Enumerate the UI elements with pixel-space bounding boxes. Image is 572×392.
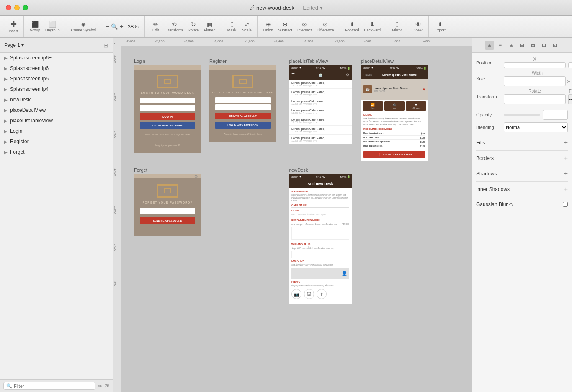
size-row: Size Width ⛓ Height: [476, 71, 568, 86]
forward-button[interactable]: ⬆ Forward: [343, 20, 361, 34]
export-button[interactable]: ⬆ Export: [432, 20, 448, 34]
zoom-out-button[interactable]: −: [105, 23, 110, 31]
layer-item-splashscreen-ip5[interactable]: ▶ Splashscreen ip5: [0, 74, 113, 84]
arrow-icon: ▶: [4, 66, 8, 71]
fills-add-button[interactable]: +: [564, 139, 568, 146]
layer-item-placelisttableview[interactable]: ▶ placeListTableView: [0, 116, 113, 126]
constrain-icon[interactable]: ⛓: [567, 79, 571, 84]
mirror-button[interactable]: ⬡ Mirror: [389, 20, 405, 34]
fills-header[interactable]: Fills +: [476, 138, 568, 148]
layer-item-register[interactable]: ▶ Register: [0, 137, 113, 147]
canvas-content: Login LOG IN TO YOUR WOOD DESK LOG IN LO…: [121, 46, 472, 392]
opacity-slider[interactable]: [504, 114, 540, 116]
view-button[interactable]: 👁 View: [411, 20, 426, 34]
gaussian-blur-checkbox[interactable]: [563, 202, 568, 207]
minimize-button[interactable]: [14, 5, 20, 10]
x-header: X: [504, 57, 566, 62]
opacity-row: Opacity: [476, 110, 568, 120]
layer-item-splashscreen-ip6[interactable]: ▶ Splashscreen ip6: [0, 63, 113, 74]
zoom-search-button[interactable]: 🔍: [110, 23, 119, 30]
scale-button[interactable]: ⤢ Scale: [240, 20, 255, 34]
main-layout: Page 1 ▾ ⊞ ▶ Splashscreen ip6+ ▶ Splashs…: [0, 38, 572, 392]
artboard-newdesk: newDesk Sketch ▼ 9:41 AM 100% 🔋 Add new …: [289, 168, 352, 304]
inner-shadows-header[interactable]: Inner Shadows +: [476, 184, 568, 194]
create-symbol-button[interactable]: ◈ Create Symbol: [69, 20, 99, 34]
shadows-add-button[interactable]: +: [564, 170, 568, 177]
rotate-input[interactable]: [504, 94, 566, 104]
distribute-tab[interactable]: ⊠: [528, 41, 538, 50]
rotate-button[interactable]: ↻ Rotate: [185, 20, 201, 34]
pencil-icon[interactable]: ✏: [98, 383, 102, 389]
placedetailview-label: placeDetailView: [361, 59, 428, 64]
mask-button[interactable]: ⬡ Mask: [224, 20, 240, 34]
canvas-area[interactable]: -2,400 -2,200 -2,000 -1,800 -1,600 -1,40…: [113, 38, 472, 392]
y-input[interactable]: [568, 62, 572, 68]
spacing-tab-h[interactable]: ⊡: [539, 41, 549, 50]
opacity-input[interactable]: [543, 110, 568, 120]
flip-header: Flip: [568, 89, 572, 93]
inner-shadows-title: Inner Shadows: [476, 186, 510, 192]
edit-button[interactable]: ✏ Edit: [148, 20, 163, 34]
filter-box: 🔍: [3, 382, 95, 390]
close-button[interactable]: [6, 5, 11, 10]
newdesk-label: newDesk: [289, 168, 352, 173]
backward-button[interactable]: ⬇ Backward: [361, 20, 383, 34]
ungroup-button[interactable]: ⬜ Ungroup: [43, 20, 62, 34]
ruler-left: -2 -2,000 -1,800 -1,600 -1,400 -1,200 -1…: [113, 38, 121, 392]
blending-select[interactable]: Normal: [504, 122, 568, 132]
filter-input[interactable]: [14, 384, 93, 389]
layer-name: Splashscreen ip5: [10, 76, 108, 82]
placelisttableview-label: placeListTableView: [289, 59, 352, 64]
artboard-forget: Forget ⊗ FORGET YOUR PASSWORD? SEND ME A…: [134, 168, 201, 236]
layer-item-splashscreen-ip4[interactable]: ▶ Splashscreen ip4: [0, 84, 113, 95]
layer-name: newDesk: [10, 97, 108, 103]
blending-row: Blending Normal: [476, 122, 568, 132]
layer-item-login[interactable]: ▶ Login: [0, 126, 113, 137]
y-header: Y: [568, 57, 572, 62]
gaussian-blur-header[interactable]: Gaussian Blur ◇: [476, 200, 568, 209]
position-section: Position X Y: [476, 57, 568, 68]
width-input[interactable]: [504, 76, 566, 86]
right-panel-body: Position X Y Size: [472, 53, 572, 392]
page-selector[interactable]: Page 1 ▾: [4, 42, 24, 48]
login-frame: LOG IN TO YOUR WOOD DESK LOG IN LOG IN W…: [134, 65, 201, 153]
layer-item-newdesk[interactable]: ▶ newDesk: [0, 95, 113, 105]
view-tool: 👁 View: [408, 16, 429, 37]
borders-add-button[interactable]: +: [564, 155, 568, 162]
layer-item-splashscreen-ip6plus[interactable]: ▶ Splashscreen ip6+: [0, 53, 113, 63]
group-tools: ⬛ Group ⬜ Ungroup: [25, 16, 65, 37]
layer-item-forget[interactable]: ▶ Forget: [0, 147, 113, 157]
x-input[interactable]: [504, 62, 566, 68]
union-button[interactable]: ⊕ Union: [261, 20, 276, 34]
insert-button[interactable]: ✚ Insert: [6, 19, 21, 35]
arrow-icon: ▶: [4, 119, 8, 123]
layout-tab[interactable]: ≡: [496, 41, 505, 50]
window-title: 🖊 new-wood-desk — Edited ▾: [249, 5, 322, 11]
spacing-tab-v[interactable]: ⊡: [550, 41, 559, 50]
subtract-button[interactable]: ⊖ Subtract: [276, 20, 295, 34]
flip-h-button[interactable]: ↔: [568, 94, 572, 104]
transform-section: Transform Rotate Flip ↔ ↕: [476, 89, 568, 104]
maximize-button[interactable]: [23, 5, 28, 10]
borders-header[interactable]: Borders +: [476, 153, 568, 163]
intersect-button[interactable]: ⊗ Intersect: [295, 20, 314, 34]
title-bar: 🖊 new-wood-desk — Edited ▾: [0, 0, 572, 16]
difference-button[interactable]: ⊘ Difference: [314, 20, 337, 34]
ruler-top: -2,400 -2,200 -2,000 -1,800 -1,600 -1,40…: [121, 38, 472, 46]
group-button[interactable]: ⬛ Group: [27, 20, 43, 34]
grid-tab[interactable]: ⊞: [507, 41, 516, 50]
shadows-header[interactable]: Shadows +: [476, 169, 568, 179]
sidebar-pages-icon[interactable]: ⊞: [103, 42, 108, 49]
flatten-button[interactable]: ▦ Flatten: [201, 20, 218, 34]
size-section: Size Width ⛓ Height: [476, 71, 568, 86]
right-panel-tabs: ⊞ ≡ ⊞ ⊟ ⊠ ⊡ ⊡: [472, 38, 572, 53]
inner-shadows-add-button[interactable]: +: [564, 186, 568, 193]
inspector-tab[interactable]: ⊞: [485, 41, 494, 50]
align-tab[interactable]: ⊟: [518, 41, 527, 50]
forget-label: Forget: [134, 168, 201, 173]
artboard-placedetailview: placeDetailView Sketch ▼ 9:41 AM 100% 🔋 …: [361, 59, 428, 161]
blending-label: Blending: [476, 125, 501, 130]
zoom-in-button[interactable]: +: [119, 23, 124, 31]
transform-button[interactable]: ⟲ Transform: [163, 20, 186, 34]
layer-item-placedetailview[interactable]: ▶ placeDetailView: [0, 105, 113, 116]
